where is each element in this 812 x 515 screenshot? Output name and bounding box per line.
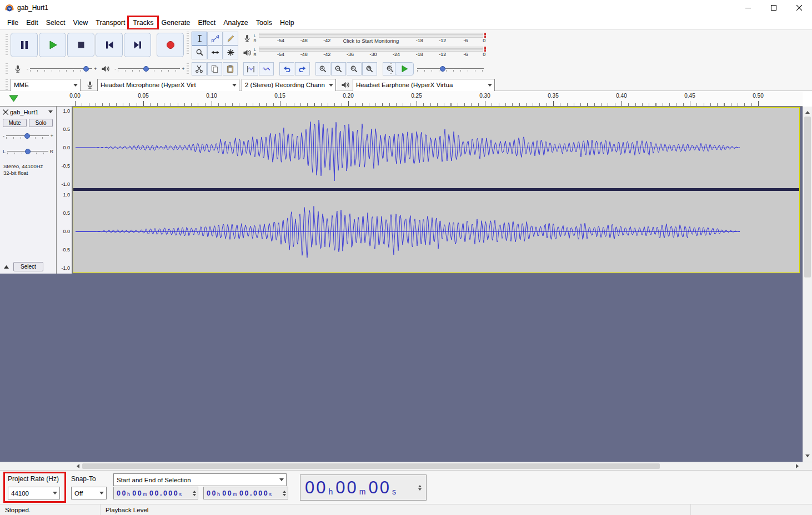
- selection-mode-dropdown[interactable]: Start and End of Selection: [113, 473, 287, 486]
- recording-meter[interactable]: LR -54-48-42-18-12-60Click to Start Moni…: [242, 32, 489, 46]
- toolbar-grip[interactable]: [187, 32, 189, 55]
- horizontal-scrollbar[interactable]: [0, 462, 812, 470]
- track-gain-slider[interactable]: [6, 131, 49, 141]
- toolbar-grip[interactable]: [6, 79, 8, 90]
- toolbar-grip[interactable]: [6, 34, 8, 55]
- menu-effect[interactable]: Effect: [194, 17, 220, 28]
- draw-tool-button[interactable]: [223, 32, 238, 46]
- solo-button[interactable]: Solo: [29, 119, 53, 127]
- waveform-right-channel[interactable]: [73, 191, 800, 272]
- menu-analyze[interactable]: Analyze: [219, 17, 252, 28]
- slider-thumb[interactable]: [25, 149, 31, 154]
- pause-button[interactable]: [11, 33, 38, 57]
- selection-start-field[interactable]: 00h00m00.000s: [113, 487, 198, 499]
- track-menu-chevron-icon[interactable]: [48, 110, 53, 113]
- track-close-button[interactable]: [2, 108, 9, 115]
- snap-to-dropdown[interactable]: Off: [71, 487, 107, 499]
- playback-device-dropdown[interactable]: Headset Earphone (HyperX Virtua: [353, 79, 495, 92]
- mute-button[interactable]: Mute: [3, 119, 27, 127]
- scroll-up-button[interactable]: [803, 107, 812, 116]
- playback-volume-slider[interactable]: [118, 64, 180, 74]
- slider-track[interactable]: [118, 68, 180, 69]
- time-digits[interactable]: 00.000: [149, 489, 179, 497]
- scroll-left-button[interactable]: [72, 462, 81, 470]
- track-name[interactable]: gab_Hurt1: [10, 109, 38, 115]
- menu-edit[interactable]: Edit: [22, 17, 42, 28]
- time-spinner[interactable]: [417, 483, 422, 492]
- playback-meter-scale[interactable]: -54-48-42-36-30-24-18-12-60: [258, 46, 489, 59]
- menu-view[interactable]: View: [69, 17, 92, 28]
- waveform-display[interactable]: [72, 107, 800, 274]
- timeline-pin-icon[interactable]: [9, 95, 18, 102]
- recording-device-dropdown[interactable]: Headset Microphone (HyperX Virt: [97, 79, 239, 92]
- recording-volume-slider[interactable]: [30, 64, 92, 74]
- time-spinner[interactable]: [191, 489, 196, 498]
- click-to-start-monitoring[interactable]: Click to Start Monitoring: [343, 38, 399, 44]
- track-pan-slider[interactable]: [7, 147, 48, 156]
- project-rate-dropdown[interactable]: 44100: [8, 487, 60, 499]
- fit-selection-button[interactable]: [347, 62, 362, 75]
- timeline-ruler[interactable]: 0.000.050.100.150.200.250.300.350.400.45…: [72, 91, 803, 106]
- time-digits[interactable]: 00: [222, 489, 233, 497]
- playback-meter[interactable]: LR -54-48-42-36-30-24-18-12-60: [242, 46, 489, 59]
- record-button[interactable]: [157, 33, 184, 57]
- cut-button[interactable]: [192, 62, 207, 75]
- vertical-scroll-thumb[interactable]: [804, 117, 811, 277]
- vertical-scrollbar[interactable]: [803, 107, 812, 462]
- recording-meter-scale[interactable]: -54-48-42-18-12-60Click to Start Monitor…: [258, 32, 489, 46]
- menu-help[interactable]: Help: [276, 17, 298, 28]
- playback-speed-slider[interactable]: [417, 64, 484, 74]
- horizontal-scroll-track[interactable]: [81, 462, 794, 470]
- play-button[interactable]: [39, 33, 66, 57]
- silence-audio-button[interactable]: [259, 62, 274, 75]
- slider-thumb[interactable]: [440, 66, 445, 72]
- stop-button[interactable]: [67, 33, 94, 57]
- track-collapse-button[interactable]: [2, 263, 11, 270]
- slider-thumb[interactable]: [24, 133, 30, 139]
- audio-position-display[interactable]: 00h00m00s: [300, 474, 427, 501]
- skip-to-end-button[interactable]: [124, 33, 151, 57]
- menu-transport[interactable]: Transport: [92, 17, 129, 28]
- timeline[interactable]: 0.000.050.100.150.200.250.300.350.400.45…: [0, 91, 803, 107]
- time-digits[interactable]: 00: [207, 489, 217, 497]
- minimize-button[interactable]: [735, 0, 761, 16]
- skip-to-start-button[interactable]: [96, 33, 123, 57]
- menu-tracks[interactable]: Tracks: [129, 17, 157, 28]
- multi-tool-button[interactable]: [223, 46, 238, 59]
- maximize-button[interactable]: [761, 0, 786, 16]
- play-at-speed-button[interactable]: [395, 62, 414, 75]
- time-digits[interactable]: 00: [368, 478, 390, 498]
- toolbar-grip[interactable]: [390, 63, 392, 75]
- undo-button[interactable]: [279, 62, 294, 75]
- time-digits[interactable]: 00: [305, 478, 327, 498]
- zoom-tool-button[interactable]: [192, 46, 207, 59]
- timeshift-tool-button[interactable]: [207, 46, 223, 59]
- toolbar-grip[interactable]: [187, 63, 189, 75]
- audio-host-dropdown[interactable]: MME: [11, 79, 81, 92]
- waveform-left-channel[interactable]: [73, 107, 800, 188]
- time-digits[interactable]: 00: [132, 489, 143, 497]
- horizontal-scroll-thumb[interactable]: [82, 463, 660, 469]
- fit-project-button[interactable]: [362, 62, 377, 75]
- recording-channels-dropdown[interactable]: 2 (Stereo) Recording Chann: [242, 79, 336, 92]
- time-digits[interactable]: 00.000: [239, 489, 269, 497]
- selection-tool-button[interactable]: [192, 32, 207, 46]
- redo-button[interactable]: [295, 62, 310, 75]
- menu-tools[interactable]: Tools: [252, 17, 276, 28]
- scroll-down-button[interactable]: [803, 452, 812, 462]
- slider-thumb[interactable]: [143, 66, 149, 72]
- slider-thumb[interactable]: [83, 66, 89, 72]
- envelope-tool-button[interactable]: [207, 32, 223, 46]
- selection-end-field[interactable]: 00h00m00.000s: [203, 487, 288, 499]
- time-digits[interactable]: 00: [335, 478, 358, 498]
- slider-track[interactable]: [417, 68, 484, 69]
- zoom-in-button[interactable]: [315, 62, 330, 75]
- scroll-right-button[interactable]: [794, 462, 803, 470]
- zoom-out-button[interactable]: [331, 62, 346, 75]
- menu-file[interactable]: File: [3, 17, 22, 28]
- time-digits[interactable]: 00: [117, 489, 127, 497]
- track-select-button[interactable]: Select: [13, 262, 43, 271]
- time-spinner[interactable]: [281, 489, 286, 498]
- toolbar-grip[interactable]: [6, 63, 8, 75]
- menu-generate[interactable]: Generate: [157, 17, 194, 28]
